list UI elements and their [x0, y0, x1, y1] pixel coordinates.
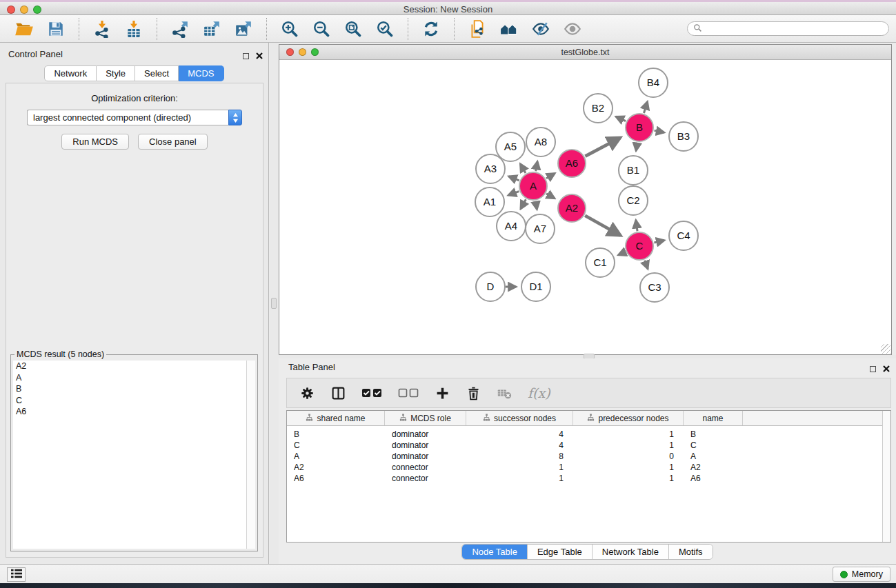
table-cell[interactable]: dominator: [385, 452, 466, 461]
close-panel-icon[interactable]: [883, 363, 890, 375]
result-item[interactable]: C: [13, 395, 246, 407]
table-cell[interactable]: dominator: [385, 440, 466, 450]
graph-node-C3[interactable]: C3: [640, 273, 669, 302]
table-cell[interactable]: 1: [466, 474, 573, 483]
show-details-icon[interactable]: [562, 19, 583, 39]
graph-node-A7[interactable]: A7: [526, 214, 555, 243]
graph-node-B[interactable]: B: [626, 114, 653, 141]
export-image-icon[interactable]: [233, 19, 254, 39]
tab-node-table[interactable]: Node Table: [462, 545, 527, 559]
graph-node-B4[interactable]: B4: [639, 68, 668, 97]
save-session-icon[interactable]: [46, 19, 66, 39]
network-from-document-icon[interactable]: [467, 19, 488, 39]
tab-mcds[interactable]: MCDS: [179, 65, 223, 81]
table-row[interactable]: A2connector11A2: [287, 462, 890, 473]
result-item[interactable]: A6: [13, 406, 246, 418]
graph-edge-C-C4[interactable]: [654, 241, 664, 243]
table-cell[interactable]: A: [684, 452, 743, 461]
graph-edge-A-A2[interactable]: [546, 194, 555, 199]
graph-node-A[interactable]: A: [519, 172, 547, 200]
memory-button[interactable]: Memory: [833, 567, 890, 582]
graph-edge-A-A4[interactable]: [521, 199, 526, 209]
table-cell[interactable]: A6: [287, 474, 385, 483]
table-cell[interactable]: A2: [684, 463, 743, 472]
table-cell[interactable]: A: [287, 452, 385, 461]
table-cell[interactable]: A6: [684, 474, 743, 483]
table-row[interactable]: Cdominator41C: [287, 440, 890, 451]
column-header-name[interactable]: name: [684, 411, 743, 425]
zoom-out-icon[interactable]: [311, 19, 332, 39]
task-history-button[interactable]: [7, 567, 26, 582]
graph-edge-A-A5[interactable]: [520, 164, 526, 173]
graph-edge-C-C2[interactable]: [636, 221, 637, 232]
graph-node-A5[interactable]: A5: [496, 132, 525, 161]
graph-node-D[interactable]: D: [476, 272, 505, 301]
graph-node-C[interactable]: C: [626, 232, 653, 260]
import-table-icon[interactable]: [123, 19, 144, 39]
table-cell[interactable]: A2: [287, 463, 385, 472]
graph-node-A6[interactable]: A6: [558, 150, 586, 177]
graph-node-A8[interactable]: A8: [526, 128, 555, 156]
graph-edge-A-A7[interactable]: [536, 201, 537, 210]
graph-edge-A-A3[interactable]: [509, 176, 519, 181]
graph-node-C2[interactable]: C2: [619, 186, 648, 215]
zoom-selected-icon[interactable]: [375, 19, 395, 39]
tab-network-table[interactable]: Network Table: [592, 545, 668, 559]
column-header-shared-name[interactable]: shared name: [287, 411, 385, 425]
export-network-icon[interactable]: [170, 19, 190, 39]
result-list-scrollbar[interactable]: [246, 361, 255, 549]
column-layout-icon[interactable]: [330, 385, 346, 401]
float-panel-icon[interactable]: [243, 53, 249, 59]
refresh-icon[interactable]: [421, 19, 441, 39]
table-row[interactable]: Adominator80A: [287, 451, 890, 462]
run-mcds-button[interactable]: Run MCDS: [61, 134, 129, 150]
column-header-predecessor-nodes[interactable]: predecessor nodes: [573, 411, 684, 425]
apply-function-icon[interactable]: f(x): [528, 385, 550, 401]
graph-node-A2[interactable]: A2: [558, 194, 586, 222]
table-cell[interactable]: 4: [466, 429, 573, 439]
graph-node-A3[interactable]: A3: [476, 154, 505, 183]
table-cell[interactable]: 1: [573, 463, 684, 472]
graph-edge-C-C1[interactable]: [619, 252, 626, 255]
graph-edge-A6-B[interactable]: [585, 138, 620, 156]
result-item[interactable]: A: [13, 372, 246, 384]
graph-edge-A-A6[interactable]: [546, 174, 555, 179]
tab-select[interactable]: Select: [135, 65, 179, 81]
table-cell[interactable]: connector: [385, 463, 466, 472]
graph-node-A1[interactable]: A1: [475, 187, 504, 216]
table-cell[interactable]: dominator: [385, 429, 466, 439]
table-cell[interactable]: B: [684, 429, 743, 439]
window-titlebar[interactable]: Session: New Session: [0, 2, 896, 15]
tab-style[interactable]: Style: [97, 65, 135, 81]
search-box[interactable]: [687, 21, 889, 36]
close-panel-button[interactable]: Close panel: [138, 134, 208, 150]
graph-node-A4[interactable]: A4: [497, 212, 526, 241]
close-panel-icon[interactable]: [256, 50, 263, 62]
graph-node-B3[interactable]: B3: [669, 122, 698, 151]
tab-edge-table[interactable]: Edge Table: [527, 545, 592, 559]
delete-table-icon[interactable]: [497, 385, 512, 401]
home-view-icon[interactable]: [499, 19, 519, 39]
zoom-in-icon[interactable]: [279, 19, 300, 39]
graph-node-B1[interactable]: B1: [619, 156, 648, 185]
import-network-icon[interactable]: [92, 19, 112, 39]
deselect-all-columns-icon[interactable]: [398, 385, 419, 401]
table-mode-icon[interactable]: [299, 385, 315, 401]
graph-edge-A-A1[interactable]: [508, 192, 519, 196]
graph-edge-B-B2[interactable]: [616, 116, 626, 121]
criterion-dropdown[interactable]: largest connected component (directed): [27, 110, 242, 125]
result-item[interactable]: B: [13, 383, 246, 395]
tab-motifs[interactable]: Motifs: [668, 545, 713, 559]
splitter-grip[interactable]: [271, 298, 277, 309]
result-item[interactable]: A2: [13, 361, 246, 372]
graph-edge-B-B3[interactable]: [655, 130, 664, 132]
table-cell[interactable]: 1: [573, 474, 684, 483]
graph-node-C4[interactable]: C4: [669, 221, 698, 250]
column-header-successor-nodes[interactable]: successor nodes: [466, 411, 573, 425]
table-cell[interactable]: 1: [573, 429, 684, 439]
graph-node-B2[interactable]: B2: [584, 94, 613, 123]
float-panel-icon[interactable]: [870, 366, 876, 372]
graph-edge-B-B4[interactable]: [644, 102, 647, 113]
select-all-columns-icon[interactable]: [361, 385, 382, 401]
graph-edge-A2-C[interactable]: [585, 216, 620, 236]
